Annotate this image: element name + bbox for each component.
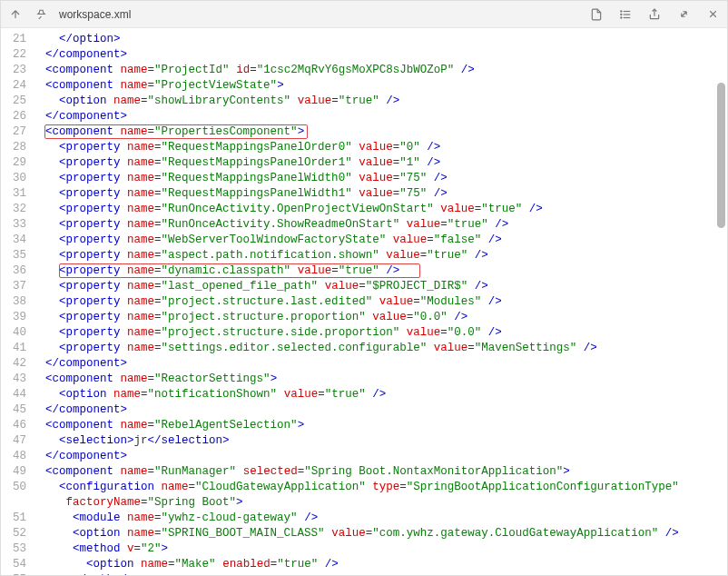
line-number: 30 xyxy=(1,171,32,186)
line-number: 28 xyxy=(1,140,32,155)
line-number-gutter: 2122232425262728293031323334353637383940… xyxy=(1,28,32,575)
code-line[interactable]: <property name="dynamic.classpath" value… xyxy=(32,263,727,279)
pin-icon[interactable] xyxy=(34,7,48,22)
code-line[interactable]: </method> xyxy=(32,572,727,575)
code-line[interactable]: <property name="project.structure.propor… xyxy=(32,310,727,325)
code-line[interactable]: <property name="settings.editor.selected… xyxy=(32,341,727,356)
list-icon[interactable] xyxy=(618,7,633,22)
line-number: 24 xyxy=(1,78,32,94)
line-number: 21 xyxy=(1,32,32,47)
code-line[interactable]: <component name="RebelAgentSelection"> xyxy=(32,418,727,433)
code-line[interactable]: <method v="2"> xyxy=(32,541,727,557)
line-number: 35 xyxy=(1,248,32,263)
line-number: 50 xyxy=(1,480,32,495)
line-number: 22 xyxy=(1,47,32,63)
code-line[interactable]: </component> xyxy=(32,109,727,124)
line-number: 27 xyxy=(1,124,32,140)
code-line[interactable]: </option> xyxy=(32,32,727,47)
line-number: 23 xyxy=(1,63,32,78)
code-line[interactable]: <property name="RunOnceActivity.OpenProj… xyxy=(32,202,727,217)
expand-icon[interactable] xyxy=(676,7,691,22)
code-line[interactable]: <module name="ywhz-cloud-gateway" /> xyxy=(32,511,727,526)
code-line[interactable]: <property name="RequestMappingsPanelWidt… xyxy=(32,186,727,202)
code-line[interactable]: <property name="RunOnceActivity.ShowRead… xyxy=(32,217,727,233)
scrollbar-thumb[interactable] xyxy=(717,83,725,228)
line-number: 51 xyxy=(1,511,32,526)
line-number xyxy=(1,495,32,511)
code-line[interactable]: <property name="project.structure.last.e… xyxy=(32,294,727,310)
code-line[interactable]: <property name="project.structure.side.p… xyxy=(32,325,727,341)
line-number: 26 xyxy=(1,109,32,124)
code-line[interactable]: <component name="ProjectViewState"> xyxy=(32,78,727,94)
line-number: 47 xyxy=(1,433,32,449)
line-number: 40 xyxy=(1,325,32,341)
code-line[interactable]: <component name="RunManager" selected="S… xyxy=(32,464,727,480)
code-line[interactable]: factoryName="Spring Boot"> xyxy=(32,495,727,511)
line-number: 45 xyxy=(1,402,32,418)
code-line[interactable]: <option name="notificationShown" value="… xyxy=(32,387,727,402)
code-line[interactable]: <option name="SPRING_BOOT_MAIN_CLASS" va… xyxy=(32,526,727,541)
code-line[interactable]: <component name="ProjectId" id="1csc2MqR… xyxy=(32,63,727,78)
file-title: workspace.xml xyxy=(59,8,131,21)
code-line[interactable]: <property name="RequestMappingsPanelOrde… xyxy=(32,140,727,155)
line-number: 29 xyxy=(1,155,32,171)
svg-point-5 xyxy=(621,16,622,17)
line-number: 33 xyxy=(1,217,32,233)
code-line[interactable]: <option name="showLibraryContents" value… xyxy=(32,94,727,109)
svg-point-4 xyxy=(621,14,622,15)
line-number: 48 xyxy=(1,449,32,464)
code-line[interactable]: <component name="ReactorSettings"> xyxy=(32,372,727,387)
line-number: 49 xyxy=(1,464,32,480)
code-line[interactable]: <property name="RequestMappingsPanelOrde… xyxy=(32,155,727,171)
line-number: 38 xyxy=(1,294,32,310)
editor-area[interactable]: 2122232425262728293031323334353637383940… xyxy=(1,28,727,575)
code-line[interactable]: <configuration name="CloudGatewayApplica… xyxy=(32,480,727,495)
code-line[interactable]: <property name="aspect.path.notification… xyxy=(32,248,727,263)
line-number: 31 xyxy=(1,186,32,202)
code-line[interactable]: <option name="Make" enabled="true" /> xyxy=(32,557,727,572)
line-number: 44 xyxy=(1,387,32,402)
code-line[interactable]: <component name="PropertiesComponent"> xyxy=(32,124,727,140)
line-number: 32 xyxy=(1,202,32,217)
code-line[interactable]: </component> xyxy=(32,402,727,418)
line-number: 39 xyxy=(1,310,32,325)
upload-icon[interactable] xyxy=(8,7,23,22)
close-icon[interactable] xyxy=(705,7,720,22)
line-number: 41 xyxy=(1,341,32,356)
line-number: 46 xyxy=(1,418,32,433)
code-line[interactable]: <property name="WebServerToolWindowFacto… xyxy=(32,233,727,248)
line-number: 43 xyxy=(1,372,32,387)
new-file-icon[interactable] xyxy=(589,7,604,22)
line-number: 53 xyxy=(1,541,32,557)
line-number: 25 xyxy=(1,94,32,109)
svg-point-3 xyxy=(621,10,622,11)
titlebar: workspace.xml xyxy=(1,1,727,28)
code-line[interactable]: <property name="last_opened_file_path" v… xyxy=(32,279,727,294)
code-line[interactable]: <selection>jr</selection> xyxy=(32,433,727,449)
line-number: 34 xyxy=(1,233,32,248)
line-number: 54 xyxy=(1,557,32,572)
code-line[interactable]: <property name="RequestMappingsPanelWidt… xyxy=(32,171,727,186)
code-content[interactable]: </option> </component> <component name="… xyxy=(32,28,727,575)
code-line[interactable]: </component> xyxy=(32,47,727,63)
line-number: 52 xyxy=(1,526,32,541)
code-line[interactable]: </component> xyxy=(32,356,727,372)
line-number: 42 xyxy=(1,356,32,372)
line-number: 36 xyxy=(1,263,32,279)
line-number: 37 xyxy=(1,279,32,294)
share-icon[interactable] xyxy=(647,7,662,22)
code-line[interactable]: </component> xyxy=(32,449,727,464)
line-number: 55 xyxy=(1,572,32,576)
